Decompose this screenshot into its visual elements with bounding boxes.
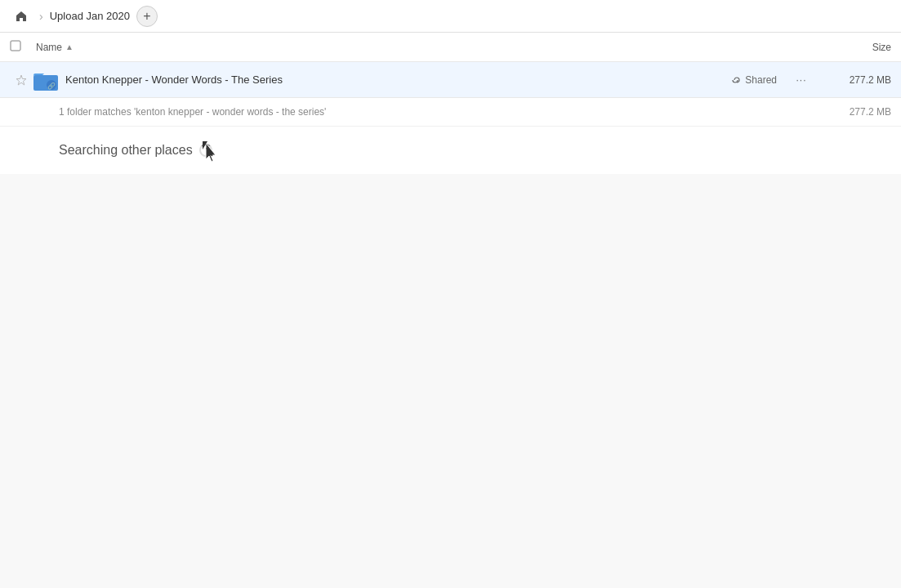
svg-marker-1	[16, 75, 26, 85]
more-options-button[interactable]: ···	[790, 69, 813, 91]
file-size: 277.2 MB	[826, 74, 891, 86]
add-button[interactable]: +	[136, 6, 158, 27]
shared-label: Shared	[745, 74, 777, 86]
match-info-row: 1 folder matches 'kenton knepper - wonde…	[0, 98, 901, 127]
toolbar: › Upload Jan 2020 +	[0, 0, 901, 33]
loading-spinner	[199, 144, 212, 157]
shared-badge: Shared	[730, 74, 777, 86]
breadcrumb-title: Upload Jan 2020	[50, 10, 130, 22]
svg-text:🔗: 🔗	[47, 82, 56, 90]
searching-text: Searching other places	[59, 143, 891, 158]
searching-section: Searching other places	[0, 127, 901, 174]
folder-icon: 🔗	[33, 67, 59, 93]
breadcrumb-separator: ›	[39, 10, 43, 23]
file-row[interactable]: 🔗 Kenton Knepper - Wonder Words - The Se…	[0, 62, 901, 98]
home-button[interactable]	[10, 5, 33, 28]
name-column-header[interactable]: Name ▲	[36, 42, 826, 53]
svg-rect-0	[11, 41, 20, 51]
match-info-text: 1 folder matches 'kenton knepper - wonde…	[59, 106, 326, 118]
select-all-checkbox[interactable]	[10, 40, 36, 55]
size-column-header[interactable]: Size	[826, 42, 891, 53]
match-info-size: 277.2 MB	[850, 106, 891, 118]
column-headers: Name ▲ Size	[0, 33, 901, 62]
file-name: Kenton Knepper - Wonder Words - The Seri…	[65, 74, 730, 86]
star-icon[interactable]	[10, 74, 33, 86]
